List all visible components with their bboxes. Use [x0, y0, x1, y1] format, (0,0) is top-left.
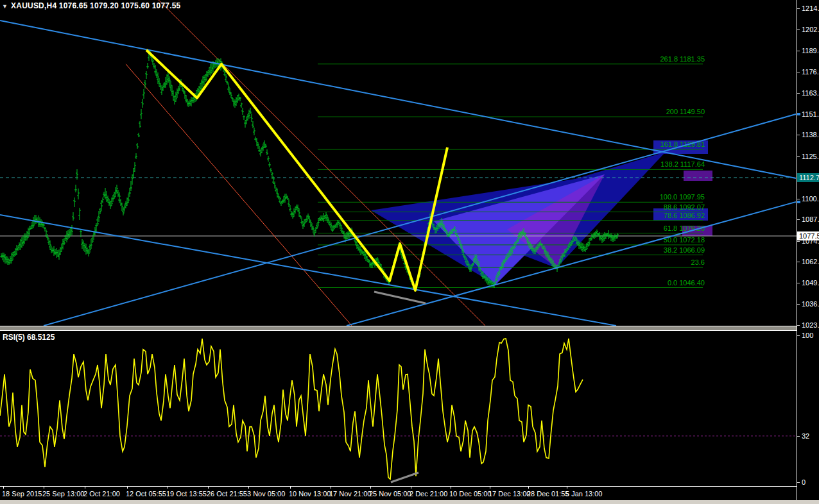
price-tick-label: 1176.80	[802, 68, 819, 76]
price-tick: 1138.65	[797, 131, 819, 139]
rsi-scale-label: 32	[802, 432, 809, 440]
red-trendline[interactable]	[126, 64, 352, 326]
time-label: 2 Oct 21:00	[83, 490, 120, 498]
fibonacci-level-label: 88.6 1092.07	[664, 203, 705, 211]
price-tick-label: 1163.85	[802, 89, 819, 97]
price-tick-label: 1189.40	[802, 47, 819, 55]
fibonacci-level-label: 138.2 1117.64	[660, 160, 705, 168]
main-chart-panel[interactable]: 261.8 1181.35200 1149.50161.8 1129.81138…	[0, 0, 797, 326]
chart-title: ▼XAUUSD,H4 1076.65 1079.20 1075.60 1077.…	[2, 1, 181, 10]
time-tick-mark	[248, 487, 249, 489]
price-tick-label: 1087.55	[802, 215, 819, 223]
rsi-panel[interactable]: RSI(5) 68.5125	[0, 331, 797, 487]
red-trendline[interactable]	[159, 0, 485, 326]
price-tick: 1163.85	[797, 89, 819, 97]
panel-splitter[interactable]	[0, 326, 797, 331]
blue-trendline[interactable]	[0, 21, 796, 178]
price-tick-label: 1202.35	[802, 26, 819, 33]
time-tick-mark	[127, 487, 128, 489]
rsi-line	[0, 339, 583, 479]
rsi-scale-tick: 100	[797, 332, 813, 339]
time-tick-mark	[411, 487, 411, 489]
fibonacci-level-label: 0.0 1046.40	[668, 279, 705, 287]
price-tick-label: 1138.65	[802, 131, 819, 139]
time-label: 3 Nov 05:00	[247, 490, 285, 498]
tick-mark	[797, 8, 800, 9]
trendline-axis-marker	[797, 113, 800, 115]
time-tick-mark	[370, 487, 371, 489]
fibonacci-level-label: 100.0 1097.95	[660, 193, 705, 201]
price-tick: 1087.55	[797, 215, 819, 223]
price-tick: 1214.95	[797, 4, 819, 12]
time-label: 17 Nov 21:00	[329, 490, 371, 498]
collapse-triangle-icon[interactable]: ▼	[2, 3, 8, 10]
time-label: 17 Dec 13:00	[488, 490, 530, 498]
time-tick-mark	[208, 487, 209, 489]
time-label: 2 Dec 21:00	[410, 490, 447, 498]
highlighted-price-value: 1112.77	[799, 174, 819, 181]
price-tick: 1100.15	[797, 195, 819, 203]
current-price-value: 1077.55	[799, 232, 819, 240]
price-axis[interactable]: 1112.77 1077.55 1214.951202.351189.40117…	[797, 0, 819, 500]
tick-mark	[797, 93, 800, 94]
tick-mark	[797, 262, 800, 262]
chart-rectangle-object[interactable]	[684, 171, 712, 181]
chart-title-text: XAUUSD,H4 1076.65 1079.20 1075.60 1077.5…	[11, 1, 180, 10]
tick-mark	[797, 219, 800, 220]
time-label: 25 Nov 05:00	[369, 490, 411, 498]
highlighted-price-badge: 1112.77	[797, 173, 819, 182]
time-label: 19 Oct 13:55	[166, 490, 207, 498]
tick-mark	[797, 135, 800, 135]
price-tick: 1036.45	[797, 300, 819, 308]
rsi-scale-label: 0	[802, 478, 806, 486]
price-tick: 1062.00	[797, 258, 819, 265]
time-tick-mark	[528, 487, 529, 489]
time-tick-mark	[567, 487, 567, 489]
current-price-badge: 1077.55	[797, 231, 819, 240]
tick-mark	[797, 199, 800, 199]
fibonacci-level-label: 78.6 1086.92	[664, 212, 705, 219]
time-label: 10 Nov 13:00	[289, 490, 331, 498]
tick-mark	[797, 51, 800, 51]
trendline-axis-marker	[797, 201, 800, 203]
mt4-chart-window: 261.8 1181.35200 1149.50161.8 1129.81138…	[0, 0, 819, 504]
time-tick-mark	[3, 487, 4, 489]
time-axis[interactable]: 18 Sep 201525 Sep 13:002 Oct 21:0012 Oct…	[0, 487, 797, 500]
tick-mark	[797, 156, 800, 157]
fibonacci-level-label: 23.6	[691, 258, 705, 266]
fibonacci-level-label: 61.8 1079.26	[664, 224, 705, 232]
price-tick-label: 1100.15	[802, 195, 819, 203]
bottom-scroll-strip[interactable]	[0, 500, 819, 504]
rsi-scale-tick: 0	[797, 478, 806, 486]
rsi-scale-label: 100	[802, 332, 813, 339]
rsi-canvas[interactable]	[0, 331, 797, 485]
tick-mark	[797, 335, 800, 336]
time-tick-mark	[44, 487, 44, 489]
fibonacci-level-label: 261.8 1181.35	[660, 55, 705, 63]
price-tick-label: 1151.25	[802, 110, 819, 118]
gray-trend-segment[interactable]	[374, 292, 426, 303]
time-tick-mark	[331, 487, 331, 489]
price-tick: 1176.80	[797, 68, 819, 76]
time-tick-mark	[451, 487, 451, 489]
rsi-gray-segment[interactable]	[391, 473, 418, 482]
tick-mark	[797, 436, 800, 437]
price-tick-label: 1214.95	[802, 4, 819, 12]
tick-mark	[797, 304, 800, 305]
tick-mark	[797, 325, 800, 326]
time-label: 28 Dec 01:55	[527, 490, 569, 498]
time-label: 12 Oct 05:55	[126, 490, 166, 498]
price-tick-label: 1049.40	[802, 279, 819, 287]
time-label: 18 Sep 2015	[2, 490, 42, 498]
price-tick-label: 1023.85	[802, 321, 819, 329]
time-tick-mark	[168, 487, 168, 489]
price-tick: 1189.40	[797, 47, 819, 55]
rsi-indicator-label: RSI(5) 68.5125	[3, 333, 55, 342]
main-chart-canvas[interactable]: 261.8 1181.35200 1149.50161.8 1129.81138…	[0, 0, 797, 326]
price-tick: 1125.70	[797, 153, 819, 160]
price-tick-label: 1036.45	[802, 300, 819, 308]
price-tick-label: 1062.00	[802, 258, 819, 265]
tick-mark	[797, 241, 800, 242]
tick-mark	[797, 283, 800, 283]
time-label: 10 Dec 05:00	[449, 490, 491, 498]
